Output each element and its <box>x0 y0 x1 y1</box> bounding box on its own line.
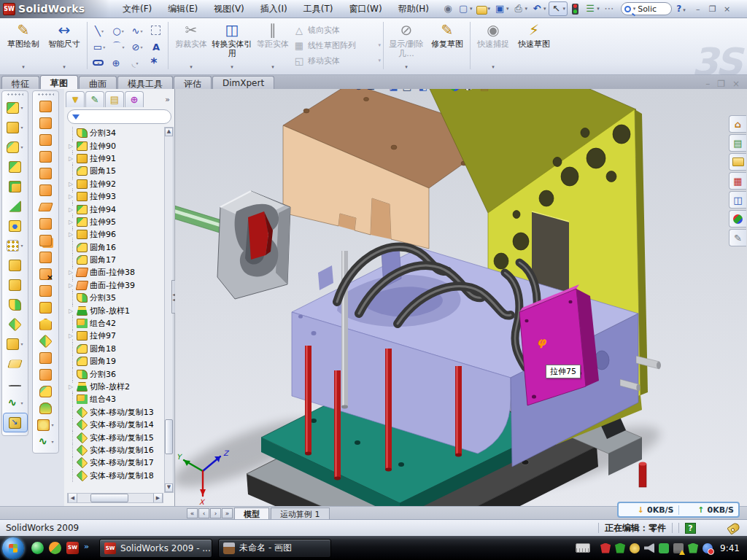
pin[interactable] <box>455 366 462 456</box>
solidworks-quicklaunch-icon[interactable] <box>66 542 79 554</box>
open-icon[interactable] <box>475 1 492 16</box>
file-explorer-icon[interactable] <box>729 153 746 171</box>
document-minimize-button[interactable]: – <box>705 79 710 89</box>
search-box[interactable]: ▾ Solic <box>621 2 673 15</box>
messenger-status-tray-icon[interactable] <box>703 543 713 553</box>
section-view-icon[interactable] <box>389 89 398 92</box>
hide-show-items-icon[interactable] <box>435 89 446 92</box>
move-copy-bodies-icon[interactable] <box>3 314 28 334</box>
line-icon[interactable] <box>90 23 109 39</box>
overflow-strip-icon[interactable] <box>602 1 616 16</box>
curves-icon[interactable] <box>34 433 58 450</box>
mirror-entities-button[interactable]: △ 镜向实体 <box>293 23 381 36</box>
expand-arrow-icon[interactable] <box>69 206 74 213</box>
tree-item[interactable]: 实体-移动/复制15 <box>66 431 164 443</box>
tree-item[interactable]: 拉伸94 <box>66 203 164 215</box>
document-close-button[interactable]: × <box>732 79 740 89</box>
volume-tray-icon[interactable] <box>644 543 654 553</box>
expand-arrow-icon[interactable] <box>69 308 74 314</box>
ruled-surface-icon[interactable] <box>34 249 58 265</box>
tree-item[interactable]: 切除-放样1 <box>66 304 164 316</box>
scroll-next-button[interactable] <box>210 508 221 518</box>
tree-item[interactable]: 圆角17 <box>66 254 164 266</box>
status-help-icon[interactable]: ? <box>685 523 696 534</box>
linear-sketch-pattern-button[interactable]: ▦ 线性草图阵列 ▾ <box>293 39 381 52</box>
sketch-button[interactable]: ✎ 草图绘制 ▾ <box>3 20 44 71</box>
scroll-last-button[interactable] <box>222 508 233 518</box>
untrim-surface-icon[interactable] <box>34 349 58 366</box>
delete-face-icon[interactable] <box>34 265 58 282</box>
menu-item[interactable]: 编辑(E) <box>160 1 205 18</box>
undo-icon[interactable] <box>530 1 548 16</box>
menu-item[interactable]: 插入(I) <box>253 1 295 18</box>
input-method-icon[interactable] <box>576 543 590 553</box>
tree-item[interactable]: 拉伸95 <box>66 216 164 228</box>
hole-wizard-icon[interactable] <box>3 216 28 236</box>
manager-overflow-button[interactable]: » <box>165 95 173 104</box>
arc-icon[interactable] <box>109 39 128 55</box>
tree-filter-box[interactable] <box>67 109 171 124</box>
pin[interactable] <box>305 346 311 455</box>
options-icon[interactable] <box>583 1 601 16</box>
tree-item[interactable]: 拉伸90 <box>66 139 164 152</box>
extruded-boss-icon[interactable] <box>3 98 28 117</box>
tree-item[interactable]: 拉伸93 <box>66 190 164 203</box>
zoom-area-icon[interactable] <box>367 89 375 92</box>
tree-horizontal-scrollbar[interactable]: ◀ ▶ <box>67 493 163 503</box>
minimize-button[interactable]: – <box>693 4 703 14</box>
expand-arrow-icon[interactable] <box>69 181 74 187</box>
badge-tray-icon[interactable] <box>630 543 640 553</box>
offset-surface-icon[interactable] <box>34 182 58 198</box>
expand-arrow-icon[interactable] <box>69 332 74 339</box>
taskbar-clock[interactable]: 9:41 <box>720 543 740 553</box>
tree-item[interactable]: 拉伸96 <box>66 228 164 241</box>
configurationmanager-tab-icon[interactable] <box>105 91 124 107</box>
circle-icon[interactable] <box>109 23 128 39</box>
tree-item[interactable]: 实体-移动/复制17 <box>66 456 164 469</box>
tree-item[interactable]: 实体-移动/复制18 <box>66 470 164 482</box>
expand-arrow-icon[interactable] <box>69 193 74 200</box>
display-style-icon[interactable] <box>419 89 430 92</box>
text-icon[interactable] <box>147 39 166 55</box>
pin[interactable] <box>385 349 392 471</box>
tree-item[interactable]: 拉伸92 <box>66 178 164 190</box>
scroll-down-icon[interactable]: ▼ <box>165 483 173 492</box>
convert-entities-button[interactable]: ◫ 转换实体引用 ▾ <box>212 20 252 71</box>
menu-item[interactable]: 帮助(H) <box>391 1 436 18</box>
design-library-icon[interactable] <box>729 134 746 152</box>
featuremanager-tab-icon[interactable] <box>66 91 85 107</box>
expand-arrow-icon[interactable] <box>69 384 74 390</box>
expand-arrow-icon[interactable] <box>69 143 74 149</box>
new-document-icon[interactable] <box>456 1 474 16</box>
surface-extend-icon[interactable] <box>34 215 58 232</box>
quick-snaps-button[interactable]: ◉ 快速捕捉 ▾ <box>473 20 514 71</box>
tree-item[interactable]: 分割36 <box>66 368 164 380</box>
model-tab[interactable]: 模型 <box>234 508 269 519</box>
point-icon[interactable] <box>144 55 163 71</box>
phone-tray-icon[interactable] <box>659 543 669 553</box>
dome-icon[interactable] <box>34 400 58 416</box>
model-view[interactable]: φ Y Z X <box>175 89 747 506</box>
appearance-icon[interactable] <box>450 89 460 91</box>
menu-item[interactable]: 工具(T) <box>296 1 341 18</box>
tree-item[interactable]: 圆角15 <box>66 165 164 177</box>
extruded-surface-icon[interactable] <box>34 98 58 114</box>
move-face-icon[interactable] <box>34 332 58 349</box>
network-warning-tray-icon[interactable] <box>673 543 684 553</box>
scroll-left-icon[interactable]: ◀ <box>68 494 77 502</box>
draft-icon[interactable] <box>3 196 28 216</box>
security-alert-tray-icon[interactable] <box>600 543 611 553</box>
reference-geometry-icon[interactable] <box>34 416 58 433</box>
search-scope-caret[interactable]: ▾ <box>633 6 636 12</box>
ellipse-icon[interactable] <box>128 39 147 55</box>
magnified-selection-icon[interactable] <box>379 89 384 92</box>
tree-item[interactable]: 组合42 <box>66 317 164 330</box>
scene-icon[interactable] <box>464 89 476 90</box>
expand-arrow-icon[interactable] <box>69 231 74 238</box>
graphics-viewport[interactable]: φ Y Z X <box>175 89 747 506</box>
smart-dimension-button[interactable]: ↔ 智能尺寸 ▾ <box>44 20 85 71</box>
knit-surface-icon[interactable] <box>34 232 58 249</box>
instant3d-icon[interactable] <box>3 413 28 432</box>
pin[interactable] <box>334 370 341 480</box>
combine-bodies-icon[interactable] <box>3 275 28 295</box>
